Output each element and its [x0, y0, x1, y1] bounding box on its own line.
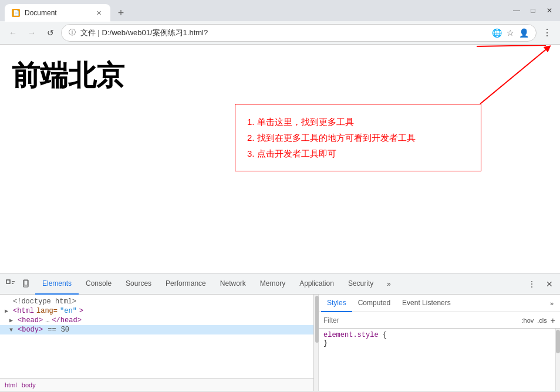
instruction-line-3: 3. 点击开发者工具即可	[247, 146, 469, 161]
html-lang-value: "en"	[60, 307, 77, 315]
dom-head-line[interactable]: ▶ <head> … </head>	[0, 316, 313, 325]
tab-memory[interactable]: Memory	[253, 273, 292, 295]
window-controls: — □ ✕	[511, 5, 555, 16]
html-close-bracket: >	[79, 307, 83, 315]
elements-tree[interactable]: <!doctype html> ▶ <html lang= "en" > ▶ <…	[0, 295, 313, 378]
devtools-vertical-dots-button[interactable]: ⋮	[524, 276, 540, 292]
navigation-bar: ← → ↺ ⓘ 文件 | D:/web/web01/案例练习1.html? 🌐 …	[0, 21, 560, 45]
styles-scroll-thumb	[556, 330, 560, 353]
more-options-button[interactable]: ⋮	[539, 25, 555, 41]
bookmark-icon[interactable]: ☆	[507, 28, 514, 38]
instruction-tooltip: 1. 单击这里，找到更多工具 2. 找到在更多工具的地方可看到开发者工具 3. …	[235, 104, 481, 171]
security-lock-icon: ⓘ	[69, 28, 76, 38]
filter-cls-button[interactable]: .cls	[537, 317, 547, 324]
svg-rect-3	[6, 280, 10, 283]
tab-favicon: 📄	[12, 9, 20, 17]
breadcrumb-html[interactable]: html	[5, 381, 17, 388]
browser-chrome: 📄 Document ✕ + — □ ✕ ← → ↺ ⓘ 文件 | D:/web…	[0, 0, 560, 45]
dom-body-line[interactable]: ▼ <body> == $0	[0, 325, 313, 334]
instruction-line-2: 2. 找到在更多工具的地方可看到开发者工具	[247, 130, 469, 146]
head-tag: <head>	[18, 316, 43, 325]
styles-tabs: Styles Computed Event Listeners »	[319, 295, 560, 312]
doctype-text: <!doctype html>	[13, 298, 76, 306]
html-triangle: ▶	[5, 307, 11, 315]
tab-console[interactable]: Console	[79, 273, 119, 295]
element-style-selector: element.style {	[323, 331, 551, 339]
browser-tab[interactable]: 📄 Document ✕	[5, 4, 110, 22]
elements-panel: <!doctype html> ▶ <html lang= "en" > ▶ <…	[0, 295, 314, 391]
back-button[interactable]: ←	[5, 25, 21, 41]
devtools-right-buttons: ⋮ ✕	[524, 276, 558, 292]
head-triangle: ▶	[9, 317, 15, 324]
styles-tabs-more[interactable]: »	[546, 298, 558, 309]
body-equals: ==	[48, 326, 56, 334]
triangle-placeholder	[5, 299, 11, 305]
maximize-button[interactable]: □	[527, 5, 539, 16]
element-style-closing-brace: }	[323, 339, 551, 347]
devtools-body: <!doctype html> ▶ <html lang= "en" > ▶ <…	[0, 295, 560, 391]
styles-filter-input[interactable]	[323, 316, 519, 325]
tab-application[interactable]: Application	[292, 273, 341, 295]
body-dollar: $0	[61, 326, 69, 334]
element-selector-button[interactable]	[2, 276, 19, 292]
styles-rules: element.style { }	[319, 329, 555, 391]
translate-icon[interactable]: 🌐	[492, 28, 502, 38]
page-heading: 前端北京	[0, 45, 560, 106]
styles-filter-bar: :hov .cls +	[319, 312, 560, 329]
dom-breadcrumb: html body	[0, 378, 313, 391]
url-display: 文件 | D:/web/web01/案例练习1.html?	[80, 28, 487, 38]
tab-elements[interactable]: Elements	[35, 273, 79, 295]
tab-close-button[interactable]: ✕	[94, 8, 103, 18]
open-brace: {	[383, 331, 387, 339]
styles-tab-styles[interactable]: Styles	[321, 295, 352, 312]
filter-add-button[interactable]: +	[551, 316, 555, 325]
dom-html-line[interactable]: ▶ <html lang= "en" >	[0, 306, 313, 316]
address-bar[interactable]: ⓘ 文件 | D:/web/web01/案例练习1.html? 🌐 ☆ 👤	[61, 24, 537, 42]
styles-tab-event-listeners[interactable]: Event Listeners	[396, 295, 457, 312]
head-close-tag: </head>	[52, 316, 81, 325]
elements-scrollbar[interactable]	[314, 295, 319, 391]
tab-security[interactable]: Security	[341, 273, 380, 295]
svg-rect-7	[24, 281, 28, 285]
element-style-rule: element.style { }	[323, 331, 551, 347]
dom-doctype-line[interactable]: <!doctype html>	[0, 297, 313, 306]
title-bar: 📄 Document ✕ + — □ ✕	[0, 0, 560, 21]
close-button[interactable]: ✕	[544, 5, 555, 16]
html-open-tag: <html	[13, 307, 34, 315]
minimize-button[interactable]: —	[511, 5, 522, 16]
styles-panel: Styles Computed Event Listeners » :hov .…	[319, 295, 560, 391]
devtools-close-button[interactable]: ✕	[541, 276, 558, 292]
tab-title: Document	[25, 9, 57, 17]
element-style-selector-text: element.style	[323, 331, 379, 339]
forward-button[interactable]: →	[23, 25, 40, 41]
tab-sources[interactable]: Sources	[119, 273, 158, 295]
head-ellipsis: …	[45, 316, 49, 325]
page-content: 前端北京 1. 单击这里，找到更多工具 2. 找到在更多工具的地方可看到开发者工…	[0, 45, 560, 273]
new-tab-button[interactable]: +	[113, 5, 129, 21]
devtools-panel: Elements Console Sources Performance Net…	[0, 273, 560, 392]
devtools-tabs: Elements Console Sources Performance Net…	[35, 273, 524, 295]
instruction-line-1: 1. 单击这里，找到更多工具	[247, 114, 469, 130]
html-lang-attr: lang=	[36, 307, 58, 315]
breadcrumb-body[interactable]: body	[22, 381, 36, 388]
tab-area: 📄 Document ✕ +	[5, 0, 507, 21]
styles-filter-options: :hov .cls +	[522, 316, 555, 325]
tab-network[interactable]: Network	[213, 273, 253, 295]
styles-tab-computed[interactable]: Computed	[352, 295, 396, 312]
body-triangle: ▼	[9, 327, 15, 333]
refresh-button[interactable]: ↺	[42, 25, 59, 41]
devtools-toolbar: Elements Console Sources Performance Net…	[0, 273, 560, 295]
body-tag: <body>	[18, 326, 43, 334]
profile-icon[interactable]: 👤	[519, 28, 529, 38]
close-brace: }	[323, 339, 328, 347]
tab-performance[interactable]: Performance	[158, 273, 213, 295]
device-toggle-button[interactable]	[19, 276, 35, 292]
filter-hov-button[interactable]: :hov	[522, 317, 534, 324]
devtools-tabs-more-button[interactable]: »	[380, 276, 397, 292]
styles-scrollbar[interactable]	[555, 329, 560, 391]
